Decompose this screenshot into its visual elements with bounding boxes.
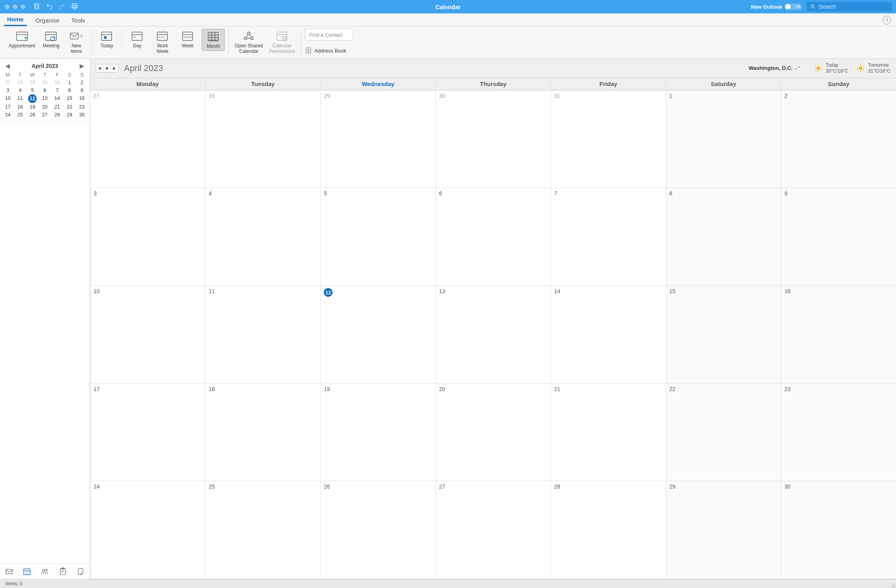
mini-day[interactable]: 30 [76, 111, 88, 119]
mini-prev-month[interactable]: ◀ [4, 63, 11, 69]
mini-day[interactable]: 3 [2, 86, 14, 94]
weather-location[interactable]: Washington, D.C. ⌄⌃ [749, 65, 800, 71]
calendar-cell[interactable]: 3 [90, 188, 205, 286]
mini-day[interactable]: 31 [51, 79, 63, 86]
calendar-cell[interactable]: 17 [90, 384, 205, 481]
mini-day[interactable]: 18 [14, 103, 26, 111]
calendar-cell[interactable]: 23 [781, 384, 896, 481]
mini-day[interactable]: 1 [63, 79, 75, 86]
calendar-cell[interactable]: 30 [436, 90, 551, 188]
search-input[interactable] [818, 3, 883, 10]
resize-handle-icon[interactable] [891, 583, 895, 587]
mini-day[interactable]: 14 [51, 94, 63, 103]
today-nav-button[interactable]: ◆ [103, 64, 111, 72]
calendar-cell[interactable]: 29 [320, 90, 436, 188]
mini-day[interactable]: 27 [39, 111, 51, 119]
calendar-cell[interactable]: 15 [666, 286, 781, 384]
mini-day[interactable]: 7 [51, 86, 63, 94]
notes-module-button[interactable] [75, 566, 86, 577]
search-box[interactable] [807, 2, 892, 11]
day-view-button[interactable]: Day [126, 29, 148, 50]
tab-tools[interactable]: Tools [68, 15, 88, 26]
calendar-cell[interactable]: 19 [320, 384, 436, 481]
calendar-cell[interactable]: 13 [436, 286, 551, 384]
address-book-button[interactable]: Address Book [305, 47, 353, 54]
calendar-cell[interactable]: 26 [320, 481, 436, 579]
mini-day[interactable]: 10 [2, 94, 14, 103]
close-window-button[interactable] [5, 4, 9, 9]
minimize-window-button[interactable] [13, 4, 17, 9]
tab-organise[interactable]: Organise [32, 15, 63, 26]
next-period-button[interactable]: ▶ [111, 64, 118, 72]
mini-day[interactable]: 23 [76, 103, 88, 111]
mini-day[interactable]: 22 [63, 103, 75, 111]
calendar-cell[interactable]: 25 [205, 481, 321, 579]
mini-day[interactable]: 28 [51, 111, 63, 119]
calendar-cell[interactable]: 20 [436, 384, 551, 481]
calendar-cell[interactable]: 11 [205, 286, 321, 384]
mini-day[interactable]: 12 [28, 94, 37, 103]
calendar-cell[interactable]: 22 [666, 384, 781, 481]
work-week-view-button[interactable]: Work Week [151, 29, 173, 56]
prev-period-button[interactable]: ◀ [96, 64, 103, 72]
mini-day[interactable]: 8 [63, 86, 75, 94]
calendar-cell[interactable]: 7 [550, 188, 666, 286]
mini-day[interactable]: 25 [14, 111, 26, 119]
save-icon[interactable] [33, 3, 40, 11]
calendar-cell[interactable]: 4 [205, 188, 321, 286]
mini-day[interactable]: 19 [26, 103, 39, 111]
calendar-cell[interactable]: 30 [781, 481, 896, 579]
help-button[interactable]: ? [883, 16, 891, 24]
mini-day[interactable]: 2 [76, 79, 88, 86]
tab-home[interactable]: Home [4, 13, 27, 26]
week-view-button[interactable]: Week [177, 29, 199, 50]
people-module-button[interactable] [39, 566, 50, 577]
mini-day[interactable]: 24 [2, 111, 14, 119]
new-items-button[interactable]: New Items [65, 29, 87, 56]
appointment-button[interactable]: Appointment [7, 29, 37, 50]
meeting-button[interactable]: Meeting [40, 29, 62, 50]
mini-day[interactable]: 6 [39, 86, 51, 94]
calendar-cell[interactable]: 1 [666, 90, 781, 188]
mini-day[interactable]: 26 [26, 111, 39, 119]
mini-day[interactable]: 30 [39, 79, 51, 86]
calendar-cell[interactable]: 27 [436, 481, 551, 579]
mini-day[interactable]: 17 [2, 103, 14, 111]
calendar-cell[interactable]: 31 [550, 90, 666, 188]
mini-next-month[interactable]: ▶ [78, 63, 86, 69]
calendar-cell[interactable]: 2 [781, 90, 896, 188]
mini-day[interactable]: 11 [14, 94, 26, 103]
mini-day[interactable]: 4 [14, 86, 26, 94]
mini-day[interactable]: 9 [76, 86, 88, 94]
calendar-module-button[interactable] [22, 566, 32, 577]
calendar-cell[interactable]: 5 [320, 188, 436, 286]
calendar-cell[interactable]: 29 [666, 481, 781, 579]
mini-day[interactable]: 27 [2, 79, 14, 86]
month-view-button[interactable]: Month [202, 29, 225, 51]
weather-item[interactable]: Tomorrow31°C/16°C [856, 62, 890, 74]
calendar-cell[interactable]: 28 [550, 481, 666, 579]
mini-day[interactable]: 13 [39, 94, 51, 103]
mini-day[interactable]: 28 [14, 79, 26, 86]
mail-module-button[interactable] [4, 566, 14, 577]
find-contact-input[interactable]: Find a Contact [305, 29, 353, 41]
print-icon[interactable] [71, 3, 78, 11]
calendar-cell[interactable]: 24 [90, 481, 205, 579]
mini-day[interactable]: 5 [26, 86, 39, 94]
mini-day[interactable]: 20 [39, 103, 51, 111]
calendar-cell[interactable]: 27 [90, 90, 205, 188]
calendar-cell[interactable]: 8 [666, 188, 781, 286]
mini-day[interactable]: 29 [26, 79, 39, 86]
new-outlook-toggle[interactable]: New Outlook Off [751, 4, 802, 10]
mini-day[interactable]: 16 [76, 94, 88, 103]
tasks-module-button[interactable] [58, 566, 68, 577]
calendar-cell[interactable]: 16 [781, 286, 896, 384]
undo-icon[interactable] [46, 3, 53, 11]
calendar-cell[interactable]: 9 [781, 188, 896, 286]
today-button[interactable]: Today [96, 29, 118, 50]
mini-day[interactable]: 21 [51, 103, 63, 111]
calendar-cell[interactable]: 14 [550, 286, 666, 384]
open-shared-calendar-button[interactable]: Open Shared Calendar [233, 29, 264, 56]
mini-day[interactable]: 15 [63, 94, 75, 103]
zoom-window-button[interactable] [21, 4, 25, 9]
